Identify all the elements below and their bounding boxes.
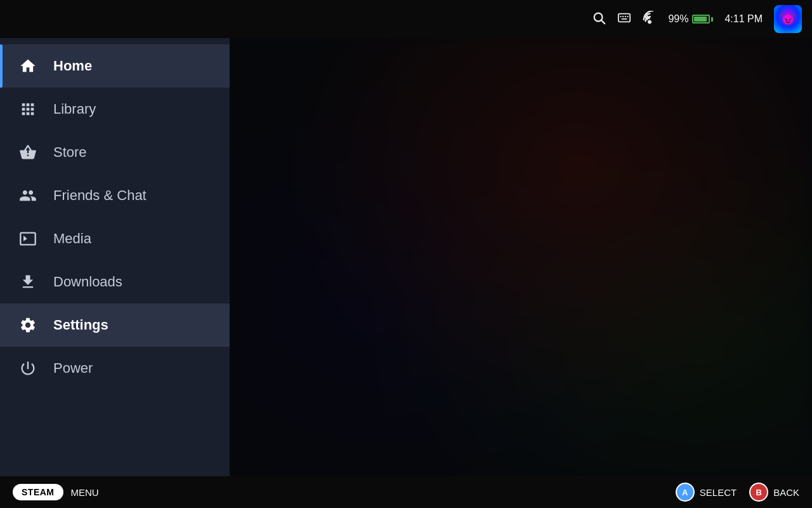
sidebar-item-settings[interactable]: Settings	[0, 304, 230, 347]
store-icon	[18, 142, 38, 163]
sidebar-label-home: Home	[53, 58, 92, 74]
sidebar-label-settings: Settings	[53, 317, 108, 333]
topbar-icons: 99% 4:11 PM 😈	[592, 5, 802, 33]
sidebar-label-store: Store	[53, 144, 87, 161]
friends-icon	[18, 185, 38, 206]
battery-percent: 99%	[668, 13, 688, 25]
bottom-right: A SELECT B BACK	[676, 483, 799, 502]
menu-label: MENU	[71, 487, 99, 498]
library-icon	[18, 99, 38, 119]
sidebar-item-downloads[interactable]: Downloads	[0, 260, 230, 304]
avatar[interactable]: 😈	[774, 5, 802, 33]
battery-icon	[692, 15, 713, 23]
sidebar-label-downloads: Downloads	[53, 274, 122, 290]
sidebar-label-power: Power	[53, 360, 93, 377]
b-button[interactable]: B	[749, 483, 768, 502]
main-area: Home Library Store Friends & Chat	[0, 38, 812, 476]
home-icon	[18, 56, 38, 76]
sidebar-item-friends[interactable]: Friends & Chat	[0, 174, 230, 217]
sidebar-item-media[interactable]: Media	[0, 217, 230, 260]
power-icon	[18, 358, 38, 378]
search-icon[interactable]	[592, 11, 606, 28]
content-overlay	[230, 38, 812, 476]
svg-line-1	[602, 20, 605, 23]
time-display: 4:11 PM	[724, 13, 763, 25]
sidebar-label-friends: Friends & Chat	[53, 187, 147, 204]
sidebar-item-library[interactable]: Library	[0, 88, 230, 131]
sidebar-item-power[interactable]: Power	[0, 347, 230, 390]
select-label: SELECT	[700, 487, 737, 498]
back-action: B BACK	[749, 483, 799, 502]
a-button[interactable]: A	[676, 483, 695, 502]
sidebar-item-home[interactable]: Home	[0, 44, 230, 88]
content-area	[230, 38, 812, 476]
signal-icon	[643, 11, 657, 28]
bottombar: STEAM MENU A SELECT B BACK	[0, 476, 812, 508]
avatar-image: 😈	[774, 5, 802, 33]
keyboard-icon[interactable]	[617, 11, 631, 28]
media-icon	[18, 229, 38, 249]
bottom-left: STEAM MENU	[13, 484, 99, 500]
topbar: 99% 4:11 PM 😈	[0, 0, 812, 38]
sidebar: Home Library Store Friends & Chat	[0, 38, 230, 476]
svg-rect-2	[619, 13, 630, 22]
sidebar-label-media: Media	[53, 231, 91, 247]
downloads-icon	[18, 272, 38, 292]
sidebar-item-store[interactable]: Store	[0, 131, 230, 174]
back-label: BACK	[773, 487, 799, 498]
battery-section: 99%	[668, 13, 713, 25]
steam-button[interactable]: STEAM	[13, 484, 63, 500]
sidebar-label-library: Library	[53, 101, 96, 117]
settings-icon	[18, 315, 38, 335]
svg-point-8	[649, 20, 652, 23]
select-action: A SELECT	[676, 483, 737, 502]
